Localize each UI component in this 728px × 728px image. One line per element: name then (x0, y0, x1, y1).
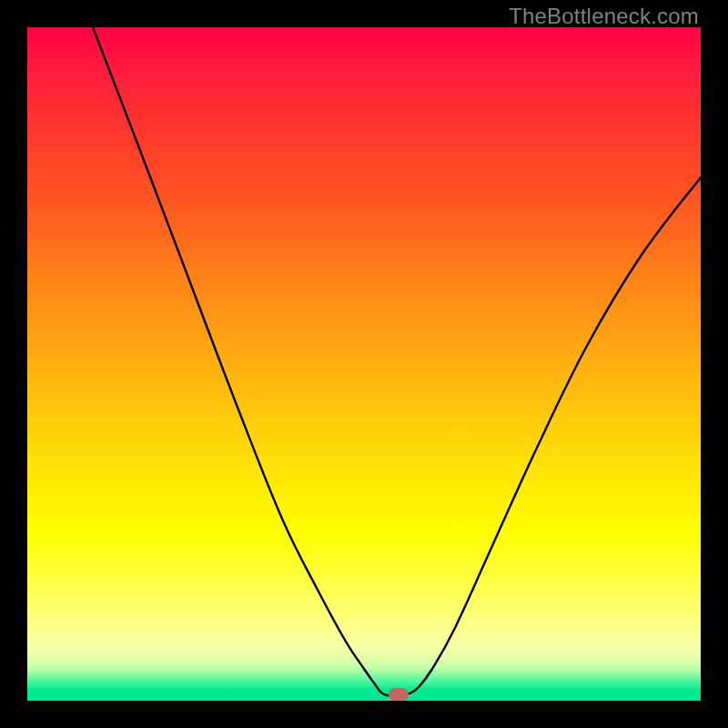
curve-svg (27, 27, 701, 701)
optimum-marker (389, 688, 409, 701)
bottleneck-curve (93, 27, 701, 695)
plot-area (27, 27, 701, 701)
watermark-text: TheBottleneck.com (509, 4, 699, 29)
